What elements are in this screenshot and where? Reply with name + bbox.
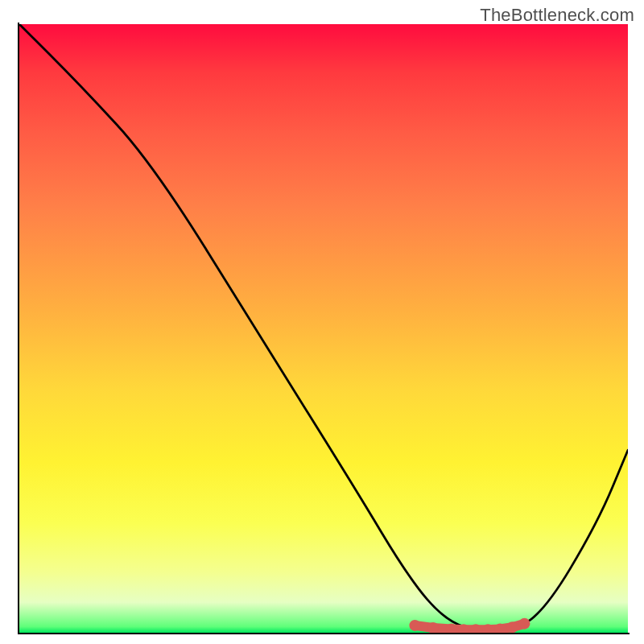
optimal-range-dots: [409, 618, 530, 633]
optimal-dot: [506, 621, 518, 633]
curve-svg: [19, 24, 628, 633]
plot-area: [18, 24, 628, 634]
optimal-dot: [409, 620, 420, 631]
optimal-dot: [518, 618, 530, 630]
bottleneck-curve-path: [19, 24, 628, 633]
watermark-text: TheBottleneck.com: [480, 5, 634, 26]
chart-container: TheBottleneck.com: [0, 0, 644, 644]
